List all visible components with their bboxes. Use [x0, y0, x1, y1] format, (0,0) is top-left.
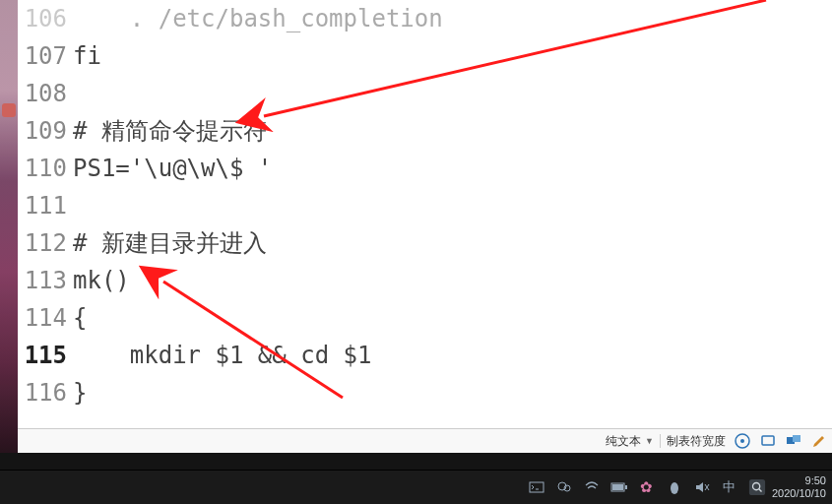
- svg-rect-6: [793, 435, 800, 442]
- search-lens-icon[interactable]: [748, 478, 766, 496]
- line-number: 116: [18, 374, 73, 411]
- code-line[interactable]: 108: [18, 75, 832, 112]
- line-number: 106: [18, 0, 73, 37]
- chevron-down-icon: ▼: [645, 436, 654, 446]
- svg-rect-7: [530, 482, 544, 492]
- code-line[interactable]: 114{: [18, 299, 832, 337]
- disk-icon[interactable]: [734, 432, 751, 450]
- pencil-icon[interactable]: [810, 432, 828, 450]
- line-number: 113: [18, 262, 73, 299]
- system-tray[interactable]: ✿ 中: [528, 478, 766, 496]
- separator: [660, 434, 661, 448]
- code-line[interactable]: 110PS1='\u@\w\$ ': [18, 150, 832, 187]
- line-text: PS1='\u@\w\$ ': [73, 150, 272, 187]
- line-number: 111: [18, 187, 73, 224]
- line-text: mk(): [73, 262, 130, 299]
- clock-time: 9:50: [805, 474, 826, 487]
- volume-mute-icon[interactable]: [693, 478, 711, 496]
- code-line[interactable]: 113mk(): [18, 262, 832, 299]
- window-icon[interactable]: [785, 432, 802, 450]
- line-number: 115: [18, 337, 73, 374]
- line-text: # 新建目录并进入: [73, 224, 267, 262]
- code-line[interactable]: 107fi: [18, 37, 832, 75]
- code-line[interactable]: 106 . /etc/bash_completion: [18, 0, 832, 37]
- desktop-taskbar: ✿ 中 9:50 2020/10/10: [0, 470, 832, 504]
- text-editor-window: 106 . /etc/bash_completion107fi108109# 精…: [18, 0, 832, 453]
- editor-statusbar: 纯文本 ▼ 制表符宽度: [18, 428, 832, 453]
- line-number: 112: [18, 224, 73, 262]
- svg-rect-14: [749, 479, 765, 495]
- line-number: 109: [18, 112, 73, 150]
- device-icon[interactable]: [759, 432, 777, 450]
- chat-icon[interactable]: [555, 478, 573, 496]
- code-line[interactable]: 115 mkdir $1 && cd $1: [18, 337, 832, 374]
- wifi-icon[interactable]: [583, 478, 601, 496]
- code-line[interactable]: 111: [18, 187, 832, 224]
- line-text: . /etc/bash_completion: [73, 0, 443, 37]
- code-line[interactable]: 116}: [18, 374, 832, 411]
- penguin-icon[interactable]: [666, 478, 683, 496]
- svg-rect-4: [762, 436, 774, 445]
- line-number: 108: [18, 75, 73, 112]
- svg-rect-12: [612, 484, 623, 490]
- clock-date: 2020/10/10: [772, 487, 826, 500]
- line-number: 114: [18, 299, 73, 337]
- svg-point-13: [671, 482, 678, 494]
- code-line[interactable]: 112# 新建目录并进入: [18, 224, 832, 262]
- taskbar-clock[interactable]: 9:50 2020/10/10: [772, 474, 826, 500]
- code-line[interactable]: 109# 精简命令提示符: [18, 112, 832, 150]
- line-text: # 精简命令提示符: [73, 112, 267, 150]
- ime-indicator[interactable]: 中: [721, 478, 738, 496]
- line-number: 110: [18, 150, 73, 187]
- line-text: fi: [73, 37, 101, 75]
- line-text: {: [73, 299, 87, 337]
- battery-icon[interactable]: [610, 478, 628, 496]
- line-text: }: [73, 374, 87, 411]
- svg-point-3: [740, 439, 744, 443]
- syntax-mode-label[interactable]: 纯文本: [606, 433, 641, 450]
- svg-rect-11: [625, 485, 627, 489]
- launcher-strip: [0, 0, 18, 453]
- code-area[interactable]: 106 . /etc/bash_completion107fi108109# 精…: [18, 0, 832, 429]
- flower-icon[interactable]: ✿: [638, 478, 656, 496]
- line-number: 107: [18, 37, 73, 75]
- tab-width-label[interactable]: 制表符宽度: [667, 433, 726, 450]
- terminal-icon[interactable]: [528, 478, 545, 496]
- line-text: mkdir $1 && cd $1: [73, 337, 371, 374]
